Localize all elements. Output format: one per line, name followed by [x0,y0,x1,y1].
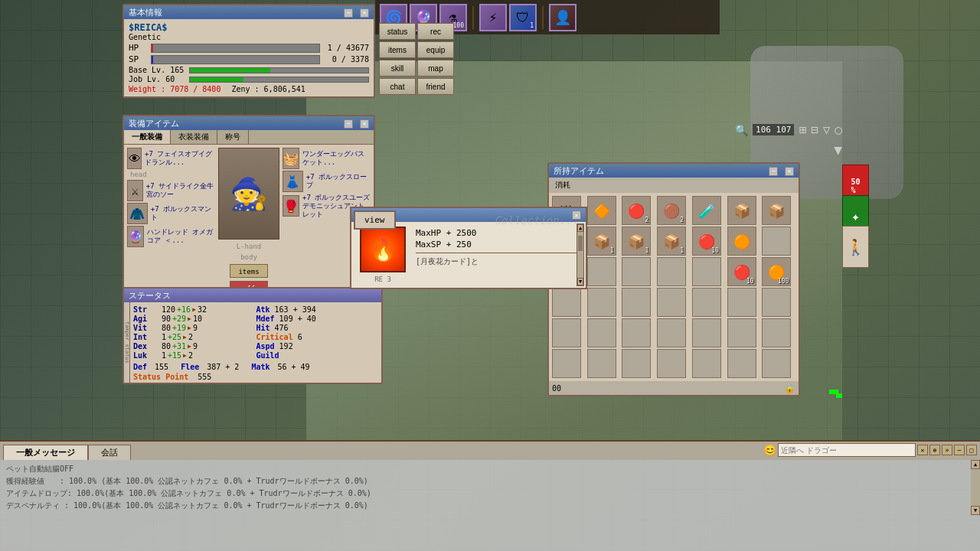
walk-icon[interactable]: 🚶 [842,226,869,268]
map-button[interactable]: map [417,60,454,77]
inv-slot-10[interactable]: 📦1 [657,227,686,256]
inv-cat-consumable[interactable]: 消耗 [552,179,573,191]
chat-input-field[interactable] [778,443,916,457]
inv-slot-19[interactable]: 🔴10 [727,257,756,286]
inv-slot-26[interactable] [727,288,756,317]
equip-close[interactable]: ✕ [360,119,369,129]
chat-scroll-down[interactable]: ▼ [971,506,980,515]
inventory-minimize[interactable]: ─ [769,167,778,176]
inv-slot-38[interactable] [657,349,686,378]
action-btn-row-4: chat friend [379,78,454,95]
equip-button[interactable]: equip [417,41,454,58]
chat-tab-general[interactable]: 一般メッセージ [3,445,88,460]
inv-slot-11[interactable]: 🔴10 [692,227,721,256]
skill-icon-6[interactable]: 👤 [549,4,577,31]
basic-info-close[interactable]: ✕ [360,8,369,18]
inv-slot-4[interactable]: 🧪 [692,196,721,225]
status-window: ステータス tamper status Str 120 +16 ▶ 32 Atk… [122,287,383,384]
luk-arrow[interactable]: ▶ [183,352,187,359]
inv-slot-28[interactable] [552,318,581,347]
skill-button[interactable]: skill [379,60,416,77]
inv-slot-1[interactable]: 🔶 [587,196,616,225]
vit-arrow[interactable]: ▶ [188,324,191,331]
inv-slot-32[interactable] [692,318,721,347]
map-circle-icon[interactable]: ○ [835,122,842,137]
inv-slot-12[interactable]: 🟠 [727,227,756,256]
basic-info-minimize[interactable]: ─ [344,8,353,18]
inv-slot-30[interactable] [622,318,651,347]
view-popup-button[interactable]: view [354,210,396,230]
chat-close-btn[interactable]: ✕ [917,445,928,455]
view-popup-label: view [364,215,385,225]
map-expand-icon[interactable]: ▽ [823,122,831,137]
rec-button[interactable]: rec [417,23,454,40]
chat-button[interactable]: chat [379,78,416,95]
map-minus-icon[interactable]: ⊟ [811,122,818,137]
str-arrow[interactable]: ▶ [192,306,196,313]
inv-slot-36[interactable] [587,349,616,378]
inv-slot-15[interactable] [587,257,616,286]
int-arrow[interactable]: ▶ [183,334,187,341]
chat-min-btn[interactable]: ─ [954,445,965,455]
inv-slot-25[interactable] [692,288,721,317]
minimap-area: 🔍 106 107 ⊞ ⊟ ▽ ○ ▼ [735,122,842,158]
inv-slot-23[interactable] [622,288,651,317]
inv-slot-2[interactable]: 🔴2 [622,196,651,225]
inv-slot-41[interactable] [762,349,791,378]
inv-slot-37[interactable] [622,349,651,378]
job-lv-label: Job Lv. 60 [129,75,186,83]
tooltip-scroll-down[interactable]: ▼ [577,278,583,285]
map-plus-icon[interactable]: ⊞ [799,122,806,137]
lock-icon[interactable]: 🔒 [784,383,795,393]
inv-slot-21[interactable] [552,288,581,317]
inv-slot-35[interactable] [552,349,581,378]
chat-next-btn[interactable]: » [942,445,952,455]
search-icon[interactable]: 🔍 [735,124,748,136]
inv-slot-40[interactable] [727,349,756,378]
items-button[interactable]: items [379,41,416,58]
inv-slot-9[interactable]: 📦1 [622,227,651,256]
tooltip-scroll-up[interactable]: ▲ [577,224,583,232]
inv-slot-31[interactable] [657,318,686,347]
inv-slot-17[interactable] [657,257,686,286]
inv-slot-13[interactable] [762,227,791,256]
chat-smiley[interactable]: 😊 [763,444,776,456]
inv-slot-33[interactable] [727,318,756,347]
skill-icon-5[interactable]: 🛡 1 [509,4,537,31]
skill-icon-4[interactable]: ⚡ [479,4,507,31]
status-button[interactable]: status [379,23,416,40]
equip-tab-costume[interactable]: 衣装装備 [171,130,217,144]
vit-base: 80 [162,324,171,332]
inv-slot-16[interactable] [622,257,651,286]
inv-slot-6[interactable]: 📦 [762,196,791,225]
tooltip-scrollbar[interactable]: ▲ ▼ [577,223,584,286]
agi-arrow[interactable]: ▶ [188,315,191,322]
equip-content: 👁 +7 フェイスオブイグドランル... head ⚔ +7 サイドライク金牛宮… [124,145,374,298]
friend-button[interactable]: friend [417,78,454,95]
inv-slot-20[interactable]: 🟠100 [762,257,791,286]
chat-scrollbar[interactable]: ▲ ▼ [971,460,980,515]
chat-max-btn[interactable]: □ [966,445,977,455]
aspd-val: 192 [279,342,293,350]
inv-slot-39[interactable] [692,349,721,378]
equip-tab-general[interactable]: 一般装備 [124,130,171,144]
chat-tab-talk[interactable]: 会話 [88,445,131,460]
inv-slot-3[interactable]: 🟤2 [657,196,686,225]
inventory-close[interactable]: ✕ [785,167,794,176]
dex-arrow[interactable]: ▶ [188,343,191,350]
chat-scroll-up[interactable]: ▲ [971,460,980,469]
inv-slot-count-9: 1 [645,247,649,254]
inv-slot-29[interactable] [587,318,616,347]
equip-minimize[interactable]: ─ [344,119,353,129]
inv-slot-5[interactable]: 📦 [727,196,756,225]
inv-slot-27[interactable] [762,288,791,317]
equip-tab-title[interactable]: 称号 [217,130,249,144]
chat-line-3: デスペナルティ : 100.0%(基本 100.0% 公認ネットカフェ 0.0%… [6,500,974,512]
inv-slot-24[interactable] [657,288,686,317]
equip-items-btn[interactable]: items [230,264,268,278]
inv-slot-22[interactable] [587,288,616,317]
inv-slot-34[interactable] [762,318,791,347]
chat-add-btn[interactable]: ⊕ [929,445,940,455]
inv-slot-8[interactable]: 📦1 [587,227,616,256]
inv-slot-18[interactable] [692,257,721,286]
